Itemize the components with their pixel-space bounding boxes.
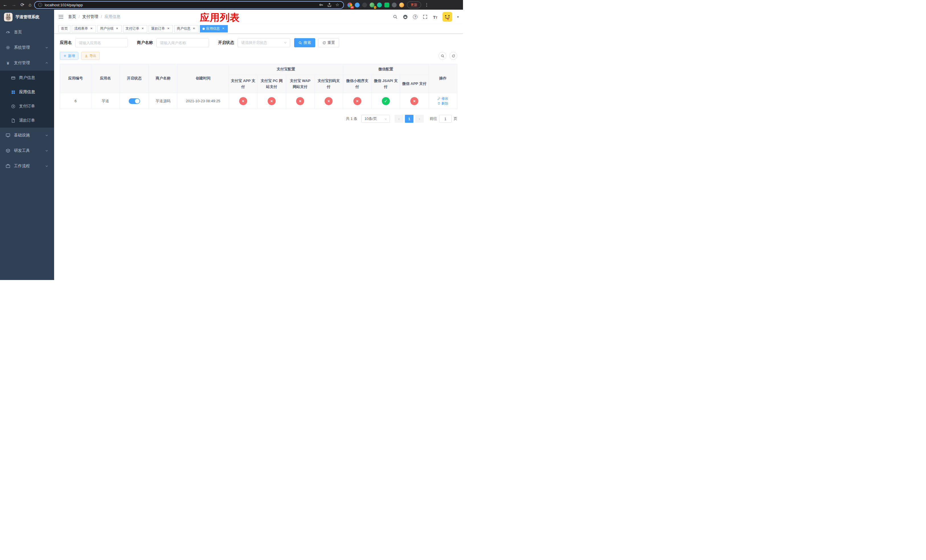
- extension-icon-dark[interactable]: [362, 3, 367, 8]
- tab-app-info[interactable]: 应用信息 ×: [200, 25, 228, 32]
- extension-icon-blue[interactable]: [355, 3, 360, 8]
- chevron-down-icon: [45, 133, 48, 137]
- tab-refund-order[interactable]: 退款订单 ×: [149, 25, 173, 32]
- goto-unit: 页: [454, 116, 457, 121]
- refresh-table-button[interactable]: [449, 52, 457, 60]
- tab-process-form[interactable]: 流程表单 ×: [72, 25, 96, 32]
- back-icon[interactable]: ←: [3, 3, 8, 7]
- search-button[interactable]: 搜索: [294, 38, 315, 47]
- edit-link[interactable]: 修改: [437, 96, 448, 101]
- close-icon[interactable]: ×: [115, 27, 119, 31]
- add-button[interactable]: 新增: [60, 52, 78, 60]
- alipay-wap-status-icon: ×: [296, 97, 304, 105]
- col-alipay-qr: 支付宝扫码支付: [314, 75, 343, 93]
- reset-button[interactable]: 重置: [318, 38, 339, 47]
- close-icon[interactable]: ×: [192, 27, 196, 31]
- site-info-icon[interactable]: i: [38, 3, 42, 7]
- close-icon[interactable]: ×: [221, 27, 225, 31]
- sidebar-subitem-app-info[interactable]: 应用信息: [0, 85, 54, 99]
- sidebar-item-workflow[interactable]: 工作流程: [0, 158, 54, 174]
- sidebar-item-home[interactable]: 首页: [0, 24, 54, 40]
- sidebar-item-label: 研发工具: [14, 148, 30, 153]
- extension-icon-face[interactable]: [399, 3, 404, 8]
- prev-page-button[interactable]: ‹: [395, 115, 403, 123]
- cell-wechat-jsapi: ✓: [372, 93, 400, 109]
- status-toggle[interactable]: [129, 98, 140, 104]
- avatar-caret-icon[interactable]: ▾: [457, 15, 459, 19]
- toggle-search-button[interactable]: [439, 52, 446, 60]
- tab-label: 流程表单: [74, 26, 88, 31]
- close-icon[interactable]: ×: [166, 27, 170, 31]
- tab-label: 支付订单: [126, 26, 139, 31]
- col-app-name: 应用名: [91, 64, 120, 93]
- tab-home[interactable]: 首页: [58, 25, 70, 32]
- extension-icon-wechat-devtools[interactable]: [384, 3, 389, 8]
- tab-user-group[interactable]: 用户分组 ×: [97, 25, 122, 32]
- help-icon[interactable]: ?: [413, 14, 418, 20]
- monitor-icon: [6, 133, 10, 138]
- payment-submenu: 商户信息 应用信息 支付订单: [0, 71, 54, 128]
- browser-toolbar: ← → ⟳ ⌂ i localhost:1024/pay/app ☆ 10 1: [0, 0, 463, 10]
- col-created: 创建时间: [177, 64, 229, 93]
- cell-alipay-pc: ×: [257, 93, 286, 109]
- sidebar: 芋道管理系统 首页 系统管理 ¥ 支付管理: [0, 10, 54, 280]
- page-size-select[interactable]: 10条/页: [362, 115, 390, 123]
- user-avatar[interactable]: [442, 12, 452, 22]
- sidebar-item-infrastructure[interactable]: 基础设施: [0, 128, 54, 143]
- home-icon[interactable]: ⌂: [29, 3, 31, 7]
- cell-wechat-mini: ×: [343, 93, 371, 109]
- reload-icon[interactable]: ⟳: [21, 3, 24, 7]
- delete-link[interactable]: 删除: [437, 101, 448, 106]
- sidebar-item-label: 支付管理: [14, 61, 30, 65]
- col-group-wechat: 微信配置: [343, 64, 428, 75]
- merchant-name-input[interactable]: [156, 38, 209, 47]
- export-button[interactable]: 导出: [81, 52, 100, 60]
- briefcase-icon: [6, 164, 10, 168]
- document-icon: [11, 118, 15, 123]
- sidebar-item-devtools[interactable]: 研发工具: [0, 143, 54, 158]
- sidebar-item-payment[interactable]: ¥ 支付管理: [0, 55, 54, 71]
- app-name-input[interactable]: [75, 38, 128, 47]
- breadcrumb-payment[interactable]: 支付管理: [82, 14, 98, 20]
- browser-update-button[interactable]: 更新: [407, 2, 421, 8]
- sidebar-subitem-merchant-info[interactable]: 商户信息: [0, 71, 54, 85]
- github-icon[interactable]: [402, 14, 408, 20]
- next-page-button[interactable]: ›: [415, 115, 424, 123]
- fullscreen-icon[interactable]: [422, 14, 428, 20]
- forward-icon[interactable]: →: [12, 3, 16, 7]
- goto-page-input[interactable]: [439, 115, 452, 123]
- extension-icon-pin[interactable]: [392, 3, 396, 8]
- breadcrumb-home[interactable]: 首页: [68, 14, 76, 20]
- sidebar-subitem-pay-order[interactable]: 支付订单: [0, 99, 54, 114]
- tab-pay-order[interactable]: 支付订单 ×: [123, 25, 147, 32]
- col-group-alipay: 支付宝配置: [229, 64, 343, 75]
- tags-view-bar: 首页 流程表单 × 用户分组 × 支付订单 × 退款订单 × 商户信息 ×: [54, 24, 463, 33]
- address-bar[interactable]: i localhost:1024/pay/app ☆: [34, 1, 344, 9]
- app-logo[interactable]: 芋道管理系统: [0, 10, 54, 24]
- sidebar-item-system[interactable]: 系统管理: [0, 40, 54, 55]
- extension-icon-green-check[interactable]: [377, 3, 382, 8]
- browser-menu-icon[interactable]: ⋮: [424, 2, 430, 8]
- page-number-button[interactable]: 1: [405, 115, 413, 123]
- wechat-mini-status-icon: ×: [353, 97, 362, 105]
- extension-badge-yellow: 1: [374, 6, 376, 9]
- password-key-icon[interactable]: [319, 3, 324, 7]
- sidebar-toggle-icon[interactable]: [58, 15, 64, 19]
- sidebar-item-label: 应用信息: [19, 89, 35, 95]
- close-icon[interactable]: ×: [141, 27, 145, 31]
- chevron-down-icon: [45, 46, 48, 49]
- extension-icon-colorful[interactable]: 10: [347, 3, 352, 8]
- search-icon[interactable]: [393, 14, 398, 20]
- extension-icon-green-badged[interactable]: 1: [369, 3, 374, 8]
- page-size-value: 10条/页: [365, 116, 377, 121]
- sidebar-subitem-refund-order[interactable]: 退款订单: [0, 114, 54, 128]
- tab-label: 应用信息: [206, 26, 220, 31]
- share-icon[interactable]: [327, 3, 332, 7]
- close-icon[interactable]: ×: [89, 27, 94, 31]
- tab-merchant-info[interactable]: 商户信息 ×: [174, 25, 198, 32]
- tab-label: 退款订单: [151, 26, 165, 31]
- font-size-icon[interactable]: TT: [433, 14, 438, 20]
- bookmark-star-icon[interactable]: ☆: [336, 3, 340, 7]
- col-actions: 操作: [428, 64, 457, 93]
- status-select[interactable]: 请选择开启状态: [238, 38, 290, 47]
